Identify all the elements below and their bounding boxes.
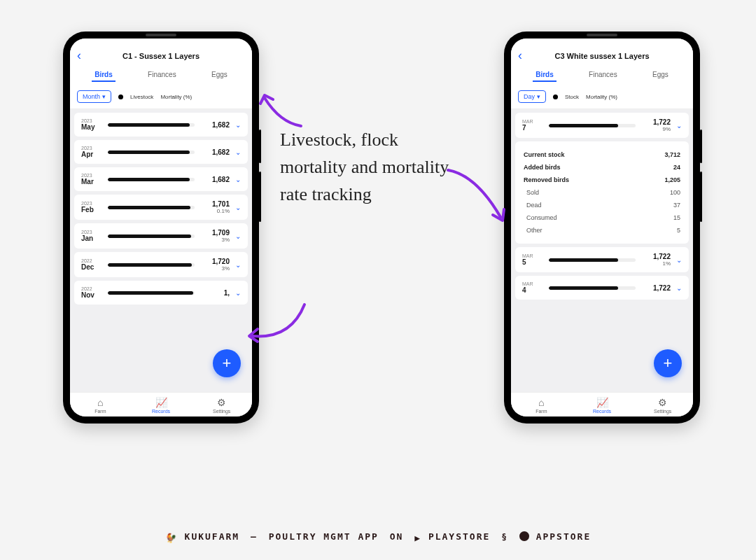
date-column: 2023Jan	[81, 230, 102, 242]
chevron-down-icon[interactable]: ⌄	[676, 122, 682, 130]
phone-mockup-right: ‹ C3 White sussex 1 Layers BirdsFinances…	[504, 31, 700, 424]
legend-primary: Livestock	[130, 94, 153, 100]
tab-finances[interactable]: Finances	[586, 69, 620, 82]
chevron-down-icon[interactable]: ⌄	[235, 176, 241, 183]
chevron-down-icon[interactable]: ⌄	[235, 232, 241, 240]
nav-settings[interactable]: ⚙Settings	[191, 397, 252, 414]
bar-fill	[108, 150, 190, 154]
legend-dot-icon	[118, 94, 123, 99]
settings-icon: ⚙	[632, 397, 693, 408]
date-column: MAR5	[522, 253, 543, 266]
date-column: 2023Mar	[81, 173, 102, 186]
volume-button	[700, 172, 702, 222]
date-label: Dec	[81, 263, 102, 271]
value-column: 1,7229%	[641, 118, 671, 132]
tab-eggs[interactable]: Eggs	[209, 69, 230, 82]
value-main: 1,701	[200, 200, 230, 208]
playstore-label: PLAYSTORE	[428, 531, 490, 542]
record-row[interactable]: 2023Apr1,682⌄	[74, 140, 248, 164]
bar-track	[549, 258, 636, 262]
nav-records[interactable]: 📈Records	[572, 397, 633, 414]
value-column: 1,682	[200, 148, 230, 156]
nav-farm[interactable]: ⌂Farm	[511, 397, 572, 414]
detail-label: Other	[526, 227, 542, 234]
kukufarm-logo-icon: 🐓	[165, 533, 178, 543]
filter-bar: Day ▾ Stock Mortality (%)	[511, 86, 693, 109]
chevron-down-icon[interactable]: ⌄	[235, 261, 241, 269]
value-column: 1,7221%	[641, 253, 671, 267]
bar-track	[108, 150, 195, 154]
bar-track	[108, 291, 195, 295]
value-main: 1,682	[200, 148, 230, 156]
detail-row: Current stock3,712	[524, 148, 680, 161]
value-main: 1,720	[200, 258, 230, 265]
detail-row: Added birds24	[524, 161, 680, 174]
farm-icon: ⌂	[70, 397, 131, 408]
bar-track	[108, 263, 195, 267]
value-column: 1,682	[200, 176, 230, 183]
chevron-down-icon[interactable]: ⌄	[235, 204, 241, 211]
back-icon[interactable]: ‹	[518, 48, 522, 63]
tab-birds[interactable]: Birds	[92, 69, 115, 82]
period-selector[interactable]: Day ▾	[518, 90, 546, 103]
records-icon: 📈	[572, 397, 633, 408]
period-label: Day	[524, 93, 535, 100]
chevron-down-icon[interactable]: ⌄	[676, 284, 682, 292]
marketing-footer: 🐓 KUKUFARM — POULTRY MGMT APP ON ▶ PLAYS…	[0, 531, 756, 543]
farm-icon: ⌂	[511, 397, 572, 408]
record-row[interactable]: 2023Feb1,7010.1%⌄	[74, 195, 248, 220]
value-sub: 3%	[200, 265, 230, 272]
detail-label: Removed birds	[524, 176, 569, 183]
value-main: 1,722	[641, 118, 671, 126]
back-icon[interactable]: ‹	[77, 48, 81, 63]
value-main: 1,709	[200, 229, 230, 237]
bottom-nav: ⌂Farm📈Records⚙Settings	[511, 392, 693, 416]
period-selector[interactable]: Month ▾	[77, 90, 111, 103]
detail-row: Other5	[524, 224, 680, 237]
date-label: 7	[522, 124, 543, 132]
date-year: 2023	[81, 173, 102, 178]
record-row[interactable]: 2023Mar1,682⌄	[74, 167, 248, 191]
chevron-down-icon[interactable]: ⌄	[235, 121, 241, 129]
bar-fill	[108, 123, 190, 127]
date-label: Mar	[81, 178, 102, 186]
date-label: 4	[522, 286, 543, 294]
value-main: 1,722	[641, 284, 671, 292]
value-main: 1,682	[200, 176, 230, 183]
chevron-down-icon[interactable]: ⌄	[235, 289, 241, 297]
detail-value: 24	[673, 164, 680, 171]
tab-finances[interactable]: Finances	[145, 69, 179, 82]
nav-records[interactable]: 📈Records	[131, 397, 192, 414]
record-row[interactable]: MAR41,722⌄	[515, 276, 689, 300]
add-button[interactable]: +	[213, 349, 241, 377]
date-label: Jan	[81, 234, 102, 242]
record-row[interactable]: 2023May1,682⌄	[74, 113, 248, 136]
record-row[interactable]: 2023Jan1,7093%⌄	[74, 223, 248, 248]
record-row[interactable]: MAR51,7221%⌄	[515, 247, 689, 272]
nav-settings[interactable]: ⚙Settings	[632, 397, 693, 414]
date-year: 2023	[81, 230, 102, 234]
date-year: 2022	[81, 258, 102, 263]
record-row[interactable]: 2022Nov1,⌄	[74, 281, 248, 304]
detail-value: 1,205	[664, 176, 680, 183]
svg-point-0	[519, 531, 529, 541]
chevron-down-icon[interactable]: ⌄	[676, 256, 682, 264]
tab-birds[interactable]: Birds	[533, 69, 556, 82]
chevron-down-icon[interactable]: ⌄	[235, 148, 241, 156]
period-label: Month	[83, 93, 100, 100]
record-row[interactable]: MAR71,7229%⌄	[515, 113, 689, 138]
bar-track	[108, 123, 195, 127]
tab-eggs[interactable]: Eggs	[650, 69, 671, 82]
phone-mockup-left: ‹ C1 - Sussex 1 Layers BirdsFinancesEggs…	[63, 31, 259, 424]
tagline: POULTRY MGMT APP	[269, 531, 379, 542]
nav-farm[interactable]: ⌂Farm	[70, 397, 131, 414]
value-sub: 9%	[641, 126, 671, 132]
add-button[interactable]: +	[654, 349, 682, 377]
date-column: 2023Apr	[81, 146, 102, 158]
tab-bar: BirdsFinancesEggs	[518, 69, 686, 82]
record-row[interactable]: 2022Dec1,7203%⌄	[74, 252, 248, 277]
bar-track	[108, 206, 195, 209]
date-year: 2023	[81, 201, 102, 206]
detail-value: 5	[677, 227, 680, 234]
detail-label: Dead	[526, 202, 542, 209]
